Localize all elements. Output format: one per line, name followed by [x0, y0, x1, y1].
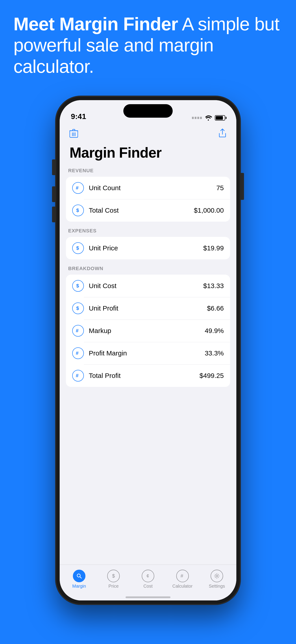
app-content: Margin Finder REVENUE#Unit Count75$Total…: [60, 125, 236, 600]
card-breakdown: $Unit Cost$13.33$Unit Profit$6.66#Markup…: [66, 274, 230, 387]
row-value: 33.3%: [205, 350, 224, 357]
tab-label-calculator: Calculator: [172, 584, 193, 589]
tab-label-price: Price: [109, 584, 119, 589]
tab-icon-cost: ¢: [142, 570, 154, 582]
home-indicator: [126, 596, 170, 598]
row-label: Total Profit: [89, 372, 195, 380]
svg-point-18: [216, 575, 218, 577]
svg-text:#: #: [76, 373, 78, 378]
list-row-revenue-1[interactable]: $Total Cost$1,000.00: [66, 199, 230, 222]
row-icon-hash: #: [72, 182, 84, 194]
svg-text:$: $: [76, 208, 79, 213]
share-button[interactable]: [218, 128, 226, 140]
toolbar: [60, 125, 236, 142]
row-icon-hash: #: [72, 370, 84, 382]
hero-bold: Meet Margin Finder: [13, 14, 178, 34]
row-icon-dollar: $: [72, 204, 84, 216]
svg-text:$: $: [76, 283, 79, 288]
svg-text:#: #: [180, 573, 183, 579]
wifi-icon: [204, 115, 212, 121]
list-row-breakdown-2[interactable]: #Markup49.9%: [66, 320, 230, 342]
tab-icon-margin: [73, 570, 85, 582]
tab-calculator[interactable]: #Calculator: [165, 570, 200, 589]
status-time: 9:41: [71, 112, 86, 122]
tab-settings[interactable]: Settings: [200, 570, 234, 589]
row-value: $19.99: [203, 244, 224, 252]
svg-text:$: $: [76, 245, 79, 251]
section-expenses: EXPENSES$Unit Price$19.99: [66, 228, 230, 259]
tab-label-margin: Margin: [72, 584, 86, 589]
row-value: 75: [216, 184, 224, 192]
list-row-breakdown-4[interactable]: #Total Profit$499.25: [66, 364, 230, 387]
row-label: Unit Count: [89, 184, 211, 192]
row-label: Total Cost: [89, 206, 189, 214]
tab-label-settings: Settings: [209, 584, 225, 589]
row-label: Unit Price: [89, 244, 198, 252]
row-label: Unit Profit: [89, 304, 202, 312]
row-label: Unit Cost: [89, 282, 198, 290]
row-value: $1,000.00: [194, 206, 224, 214]
card-revenue: #Unit Count75$Total Cost$1,000.00: [66, 177, 230, 222]
svg-text:$: $: [76, 306, 79, 311]
tab-price[interactable]: $Price: [96, 570, 131, 589]
row-icon-hash: #: [72, 347, 84, 359]
section-label-expenses: EXPENSES: [66, 228, 230, 234]
section-revenue: REVENUE#Unit Count75$Total Cost$1,000.00: [66, 168, 230, 222]
phone-screen: 9:41: [60, 100, 236, 600]
section-breakdown: BREAKDOWN$Unit Cost$13.33$Unit Profit$6.…: [66, 266, 230, 387]
sections-container: REVENUE#Unit Count75$Total Cost$1,000.00…: [60, 168, 236, 387]
svg-text:#: #: [76, 185, 78, 191]
list-row-breakdown-0[interactable]: $Unit Cost$13.33: [66, 274, 230, 297]
tab-margin[interactable]: Margin: [62, 570, 96, 589]
status-bar: 9:41: [60, 100, 236, 125]
row-icon-hash: #: [72, 325, 84, 336]
card-expenses: $Unit Price$19.99: [66, 237, 230, 259]
row-icon-dollar: $: [72, 302, 84, 314]
list-row-breakdown-3[interactable]: #Profit Margin33.3%: [66, 342, 230, 364]
svg-line-14: [80, 577, 81, 578]
status-icons: [192, 115, 225, 122]
hero-text: Meet Margin Finder A simple but powerful…: [13, 14, 283, 77]
svg-text:$: $: [112, 573, 115, 579]
row-label: Profit Margin: [89, 350, 200, 357]
tab-icon-settings: [211, 570, 223, 582]
list-row-revenue-0[interactable]: #Unit Count75: [66, 177, 230, 199]
svg-text:#: #: [76, 350, 78, 356]
row-label: Markup: [89, 327, 200, 334]
delete-button[interactable]: [70, 128, 78, 140]
svg-text:¢: ¢: [147, 573, 149, 579]
page-title: Margin Finder: [60, 142, 236, 168]
tab-label-cost: Cost: [143, 584, 152, 589]
battery-icon: [215, 115, 225, 120]
section-label-breakdown: BREAKDOWN: [66, 266, 230, 272]
row-value: $13.33: [203, 282, 224, 290]
svg-text:#: #: [76, 328, 78, 334]
tab-icon-price: $: [107, 570, 120, 582]
row-value: $499.25: [200, 372, 224, 380]
row-icon-dollar: $: [72, 242, 84, 254]
list-row-breakdown-1[interactable]: $Unit Profit$6.66: [66, 297, 230, 320]
tab-cost[interactable]: ¢Cost: [131, 570, 165, 589]
phone-mockup: 9:41: [56, 96, 240, 604]
dynamic-island: [123, 104, 173, 118]
list-row-expenses-0[interactable]: $Unit Price$19.99: [66, 237, 230, 259]
row-value: 49.9%: [205, 327, 224, 334]
row-icon-dollar: $: [72, 280, 84, 292]
phone-shell: 9:41: [56, 96, 240, 604]
tab-icon-calculator: #: [176, 570, 189, 582]
section-label-revenue: REVENUE: [66, 168, 230, 174]
signal-icon: [192, 117, 202, 119]
tab-bar: Margin$Price¢Cost#Calculator Settings: [60, 564, 236, 600]
row-value: $6.66: [207, 304, 224, 312]
